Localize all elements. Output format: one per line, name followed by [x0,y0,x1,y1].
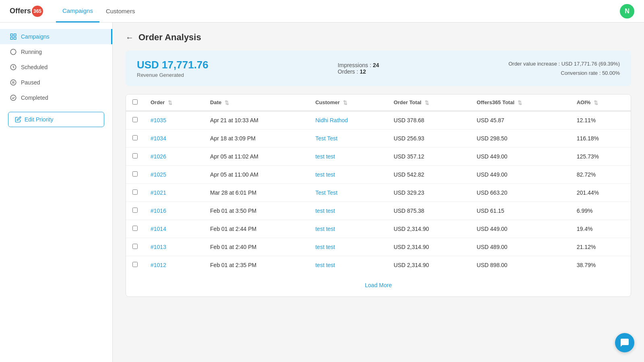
sidebar-item-paused[interactable]: Paused [0,75,112,90]
row-aoi: 19.4% [570,220,631,238]
row-order-total: USD 357.12 [387,148,470,166]
svg-rect-1 [14,34,16,36]
svg-rect-3 [14,37,16,39]
row-offers365-total: USD 45.87 [470,111,570,130]
row-customer: test test [309,166,387,184]
sidebar-item-scheduled[interactable]: Scheduled [0,60,112,75]
summary-order-info: Order value increase : USD 17,771.76 (69… [508,59,620,78]
row-date: Apr 05 at 11:02 AM [204,148,309,166]
customer-link[interactable]: test test [315,244,335,250]
row-order: #1025 [144,166,204,184]
check-circle-icon [10,94,17,101]
sidebar-item-campaigns[interactable]: Campaigns [0,29,112,44]
row-aoi: 201.44% [570,184,631,202]
order-link[interactable]: #1035 [151,117,166,123]
order-value-increase-label: Order value increase : [508,61,560,67]
row-checkbox[interactable] [132,226,138,231]
load-more-section: Load More [126,274,631,296]
row-checkbox[interactable] [132,153,138,158]
th-order-total[interactable]: Order Total ⇅ [387,95,470,111]
row-checkbox[interactable] [132,135,138,140]
customer-link[interactable]: test test [315,262,335,268]
row-checkbox[interactable] [132,189,138,195]
order-link[interactable]: #1012 [151,262,166,268]
sidebar-item-scheduled-label: Scheduled [21,64,47,70]
customer-link[interactable]: Nidhi Rathod [315,117,348,123]
order-link[interactable]: #1025 [151,171,166,178]
order-link[interactable]: #1026 [151,153,166,160]
layout: Campaigns Running Scheduled Paused Compl… [0,23,644,362]
sidebar-item-running[interactable]: Running [0,44,112,60]
sidebar-item-completed-label: Completed [21,95,48,101]
customer-link[interactable]: test test [315,208,335,214]
row-customer: test test [309,220,387,238]
row-order: #1026 [144,148,204,166]
th-aoi[interactable]: AOI% ⇅ [570,95,631,111]
svg-point-4 [10,49,16,55]
table-row: #1026 Apr 05 at 11:02 AM test test USD 3… [126,148,631,166]
row-checkbox[interactable] [132,171,138,177]
nav-customers[interactable]: Customers [99,0,142,23]
user-avatar[interactable]: N [620,4,634,19]
order-link[interactable]: #1016 [151,208,166,214]
customer-link[interactable]: test test [315,153,335,160]
row-date: Mar 28 at 6:01 PM [204,184,309,202]
customer-link[interactable]: Test Test [315,135,337,142]
row-order-total: USD 378.68 [387,111,470,130]
sidebar-item-completed[interactable]: Completed [0,90,112,105]
sidebar-item-paused-label: Paused [21,79,40,86]
order-link[interactable]: #1014 [151,226,166,232]
load-more-button[interactable]: Load More [365,282,392,288]
svg-rect-2 [10,37,12,39]
row-date: Apr 05 at 11:00 AM [204,166,309,184]
chat-button[interactable] [615,333,634,352]
row-order: #1012 [144,256,204,274]
row-date: Feb 01 at 3:50 PM [204,202,309,220]
order-link[interactable]: #1021 [151,189,166,196]
row-aoi: 6.99% [570,202,631,220]
sidebar-item-campaigns-label: Campaigns [21,33,50,40]
logo-text: Offers [10,7,31,15]
orders-label: Orders : [338,68,358,75]
edit-priority-label: Edit Priority [25,116,54,123]
edit-priority-button[interactable]: Edit Priority [8,112,104,127]
customer-link[interactable]: Test Test [315,189,337,196]
row-order: #1021 [144,184,204,202]
sidebar: Campaigns Running Scheduled Paused Compl… [0,23,113,362]
table-row: #1021 Mar 28 at 6:01 PM Test Test USD 32… [126,184,631,202]
row-checkbox-cell [126,184,144,202]
customer-link[interactable]: test test [315,171,335,178]
order-link[interactable]: #1034 [151,135,166,142]
row-order-total: USD 2,314.90 [387,238,470,256]
th-customer[interactable]: Customer ⇅ [309,95,387,111]
select-all-checkbox[interactable] [132,99,138,105]
row-customer: Test Test [309,184,387,202]
row-order: #1013 [144,238,204,256]
th-date[interactable]: Date ⇅ [204,95,309,111]
table-row: #1035 Apr 21 at 10:33 AM Nidhi Rathod US… [126,111,631,130]
orders-table-wrapper: Order ⇅ Date ⇅ Customer ⇅ Order Total ⇅ [126,94,631,297]
customer-link[interactable]: test test [315,226,335,232]
svg-point-6 [10,80,16,85]
row-checkbox[interactable] [132,208,138,213]
back-button[interactable]: ← [126,33,134,42]
row-date: Feb 01 at 2:44 PM [204,220,309,238]
th-offers365-total[interactable]: Offers365 Total ⇅ [470,95,570,111]
row-offers365-total: USD 298.50 [470,130,570,148]
row-date: Apr 18 at 3:09 PM [204,130,309,148]
order-link[interactable]: #1013 [151,244,166,250]
row-checkbox[interactable] [132,244,138,249]
table-row: #1013 Feb 01 at 2:40 PM test test USD 2,… [126,238,631,256]
row-date: Feb 01 at 2:40 PM [204,238,309,256]
row-offers365-total: USD 489.00 [470,238,570,256]
th-order[interactable]: Order ⇅ [144,95,204,111]
svg-point-9 [10,95,16,101]
summary-stats: Impressions : 24 Orders : 12 [338,62,379,75]
impressions-row: Impressions : 24 [338,62,379,68]
row-checkbox[interactable] [132,117,138,122]
table-row: #1025 Apr 05 at 11:00 AM test test USD 5… [126,166,631,184]
nav-campaigns[interactable]: Campaigns [56,0,99,23]
top-nav: Offers 365 Campaigns Customers N [0,0,644,23]
row-checkbox[interactable] [132,262,138,267]
logo: Offers 365 [10,6,43,17]
